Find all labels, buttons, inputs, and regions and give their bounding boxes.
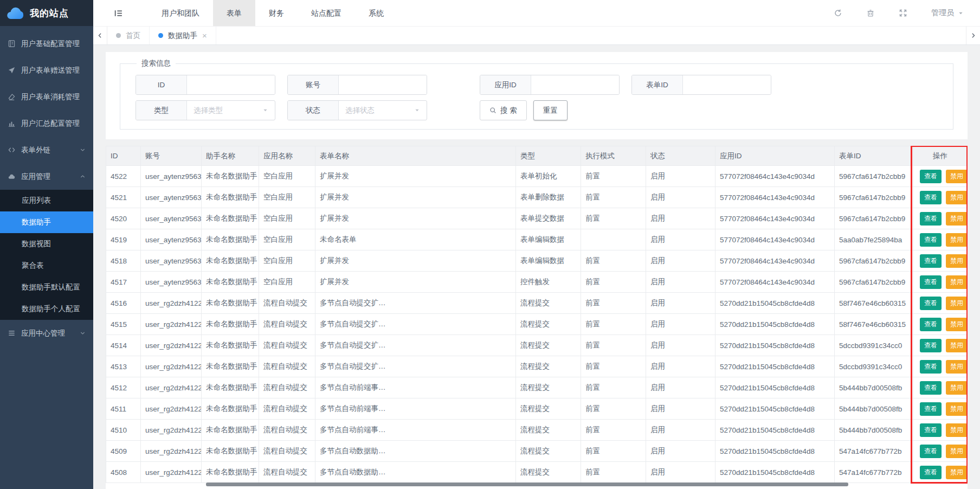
view-button[interactable]: 查看	[920, 360, 942, 374]
disable-button[interactable]: 禁用	[946, 402, 968, 416]
nav-item-2[interactable]: 财务	[255, 0, 298, 26]
sidebar-item-label: 用户表单消耗管理	[21, 92, 80, 102]
tab-1[interactable]: 数据助手×	[150, 27, 216, 44]
nav-item-4[interactable]: 系统	[355, 0, 397, 26]
table-row: 4522user_aytenz95633未命名数据助手空白应用扩展并发表单初始化…	[106, 166, 968, 187]
nav-item-0[interactable]: 用户和团队	[148, 0, 213, 26]
disable-button[interactable]: 禁用	[946, 233, 968, 247]
search-button[interactable]: 搜 索	[480, 100, 527, 120]
cell-account: user_aytenz95633	[141, 187, 202, 208]
submenu-item-3[interactable]: 聚合表	[0, 255, 93, 276]
disable-button[interactable]: 禁用	[946, 191, 968, 204]
cell-app_name: 空白应用	[259, 208, 315, 229]
cell-id: 4521	[106, 187, 141, 208]
disable-button[interactable]: 禁用	[946, 297, 968, 310]
submenu-item-0[interactable]: 应用列表	[0, 190, 93, 211]
cell-app_id: 577072f08464c143e4c9034d	[715, 187, 835, 208]
sidebar-item-4[interactable]: 表单外链	[0, 137, 93, 163]
disable-button[interactable]: 禁用	[946, 212, 968, 226]
view-button[interactable]: 查看	[920, 170, 942, 183]
view-button[interactable]: 查看	[920, 212, 942, 226]
select-field-control-0[interactable]: 选择类型	[187, 101, 275, 120]
fullscreen-icon[interactable]	[899, 9, 907, 17]
nav-item-3[interactable]: 站点配置	[298, 0, 355, 26]
trash-icon[interactable]	[866, 9, 875, 17]
disable-button[interactable]: 禁用	[946, 170, 968, 183]
horizontal-scrollbar-thumb[interactable]	[206, 482, 848, 486]
disable-button[interactable]: 禁用	[946, 360, 968, 374]
cell-form_id: 5967cfa6147b2cbb9	[835, 187, 913, 208]
collapse-sidebar-icon[interactable]	[114, 9, 123, 18]
disable-button[interactable]: 禁用	[946, 381, 968, 395]
reset-button[interactable]: 重置	[533, 100, 568, 120]
view-button[interactable]: 查看	[920, 318, 942, 331]
disable-button[interactable]: 禁用	[946, 254, 968, 268]
view-button[interactable]: 查看	[920, 381, 942, 395]
search-field-input-3[interactable]	[683, 75, 771, 94]
disable-button[interactable]: 禁用	[946, 466, 968, 479]
disable-button[interactable]: 禁用	[946, 318, 968, 331]
sidebar-item-5[interactable]: 应用管理	[0, 163, 93, 190]
submenu-item-4[interactable]: 数据助手默认配置	[0, 276, 93, 298]
cell-status: 启用	[646, 314, 715, 335]
sidebar-item-1[interactable]: 用户表单赠送管理	[0, 57, 93, 83]
search-field-input-2[interactable]	[531, 75, 619, 94]
view-button[interactable]: 查看	[920, 297, 942, 310]
sidebar-item-3[interactable]: 用户汇总配置管理	[0, 110, 93, 137]
cell-actions: 查看禁用	[913, 187, 968, 208]
sidebar-item-2[interactable]: 用户表单消耗管理	[0, 83, 93, 110]
sidebar-item-app-center[interactable]: 应用中心管理	[0, 320, 93, 346]
cell-assistant_name: 未命名数据助手	[202, 229, 259, 250]
cell-form_id: 5b444bb7d00508fb	[835, 420, 913, 441]
submenu-item-5[interactable]: 数据助手个人配置	[0, 298, 93, 320]
view-button[interactable]: 查看	[920, 233, 942, 247]
submenu-item-1[interactable]: 数据助手	[0, 211, 93, 233]
search-field-input-1[interactable]	[339, 75, 427, 94]
cell-form_name: 多节点自动前端事…	[315, 420, 516, 441]
select-field-control-1[interactable]: 选择状态	[339, 101, 427, 120]
cell-assistant_name: 未命名数据助手	[202, 272, 259, 293]
cell-form_name: 扩展并发	[315, 208, 516, 229]
view-button[interactable]: 查看	[920, 275, 942, 289]
disable-button[interactable]: 禁用	[946, 339, 968, 352]
tabs-scroll-right-icon[interactable]	[966, 27, 980, 44]
cell-assistant_name: 未命名数据助手	[202, 314, 259, 335]
disable-button[interactable]: 禁用	[946, 275, 968, 289]
column-header-3: 应用名称	[259, 146, 315, 166]
view-button[interactable]: 查看	[920, 466, 942, 479]
tabs-scroll-left-icon[interactable]	[93, 27, 107, 44]
cell-exec_mode: 前置	[581, 420, 646, 441]
column-header-10: 操作	[913, 146, 968, 166]
cell-status: 启用	[646, 187, 715, 208]
submenu-item-2[interactable]: 数据视图	[0, 233, 93, 255]
select-field-label: 类型	[136, 101, 187, 120]
view-button[interactable]: 查看	[920, 402, 942, 416]
cell-type: 流程提交	[516, 398, 581, 420]
cell-account: user_aytenz95633	[141, 166, 202, 187]
search-field-input-0[interactable]	[187, 75, 275, 94]
disable-button[interactable]: 禁用	[946, 423, 968, 437]
cell-app_id: 577072f08464c143e4c9034d	[715, 229, 835, 250]
tab-0[interactable]: 首页	[107, 27, 150, 44]
view-button[interactable]: 查看	[920, 339, 942, 352]
cell-status: 启用	[646, 420, 715, 441]
disable-button[interactable]: 禁用	[946, 445, 968, 458]
cell-app_id: 577072f08464c143e4c9034d	[715, 208, 835, 229]
view-button[interactable]: 查看	[920, 445, 942, 458]
sidebar-item-0[interactable]: 用户基础配置管理	[0, 30, 93, 57]
close-icon[interactable]: ×	[202, 31, 207, 40]
view-button[interactable]: 查看	[920, 423, 942, 437]
view-button[interactable]: 查看	[920, 191, 942, 204]
table-row: 4512user_rg2dzh41225未命名数据助手流程自动提交多节点自动前端…	[106, 377, 968, 398]
refresh-icon[interactable]	[834, 9, 842, 17]
nav-item-1[interactable]: 表单	[213, 0, 255, 26]
view-button[interactable]: 查看	[920, 254, 942, 268]
cell-status: 启用	[646, 398, 715, 420]
cell-form_id: 5967cfa6147b2cbb9	[835, 166, 913, 187]
site-logo[interactable]: 我的站点	[0, 0, 93, 26]
link-icon	[8, 146, 16, 154]
cell-actions: 查看禁用	[913, 250, 968, 272]
tab-status-dot	[116, 33, 121, 38]
app-root: 我的站点 用户基础配置管理用户表单赠送管理用户表单消耗管理用户汇总配置管理表单外…	[0, 0, 980, 489]
user-menu[interactable]: 管理员	[931, 8, 964, 18]
